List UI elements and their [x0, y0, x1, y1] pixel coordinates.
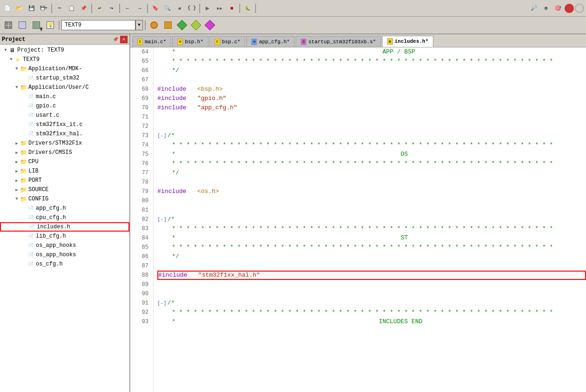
toggle-cpu[interactable]: ▶ — [14, 159, 20, 165]
code-text-87 — [157, 261, 161, 271]
code-content[interactable]: * APP / BSP * * * * * * * * * * * * * * … — [154, 47, 586, 392]
linenum-73: 73 — [130, 131, 150, 140]
tb2-btn5[interactable] — [148, 19, 161, 32]
stop-btn[interactable]: ■ — [226, 3, 237, 14]
sep2 — [91, 4, 92, 13]
settings-btn[interactable]: ⚙ — [540, 3, 552, 14]
code-text-73: /* — [168, 131, 175, 140]
fold-91[interactable]: [-] — [157, 299, 167, 308]
tree-item-lib[interactable]: ▶ 📁 LIB — [0, 166, 129, 176]
rebuild-btn[interactable]: ▶▶ — [214, 3, 225, 14]
toggle-config[interactable]: ▼ — [14, 197, 20, 201]
empty-circle-btn[interactable] — [575, 4, 584, 13]
tree-item-cpu[interactable]: ▶ 📁 CPU — [0, 157, 129, 166]
tb2-btn3[interactable]: ▼ — [30, 19, 43, 32]
tree-item-cpu-cfg[interactable]: 📄 cpu_cfg.h — [0, 213, 129, 222]
tree-item-os-app-hooks2[interactable]: 📄 os_app_hooks — [0, 250, 129, 259]
tree-item-os-cfg[interactable]: 📄 os_cfg.h — [0, 259, 129, 269]
paste-btn[interactable]: 📌 — [78, 3, 89, 14]
toggle-port[interactable]: ▶ — [14, 178, 20, 183]
code-text-78 — [157, 178, 161, 187]
match-btn[interactable]: { } — [186, 3, 197, 14]
tb2-btn8[interactable] — [189, 19, 202, 32]
toggle-drivers-stm32[interactable]: ▶ — [14, 141, 20, 146]
tree-item-lib-cfg[interactable]: 📄 lib_cfg.h — [0, 232, 129, 241]
code-line-88: #include "stm32f1xx_hal.h" — [157, 271, 586, 280]
forward-btn[interactable]: → — [134, 3, 145, 14]
tree-item-main-c[interactable]: 📄 main.c — [0, 92, 129, 101]
tree-item-includes-h[interactable]: 📄 includes.h — [0, 222, 129, 232]
tree-item-app-mdk[interactable]: ▼ 📁 Application/MDK- — [0, 64, 129, 73]
back-btn[interactable]: ← — [122, 3, 133, 14]
tree-item-app-cfg[interactable]: 📄 app_cfg.h — [0, 204, 129, 213]
bookmark-btn[interactable]: 🔖 — [150, 3, 161, 14]
find-btn[interactable]: 🔍 — [162, 3, 173, 14]
project-name-input[interactable]: TEXT9 — [61, 20, 135, 30]
tab-icon-bsp-h: H — [177, 39, 183, 45]
target-btn[interactable]: 🎯 — [552, 3, 564, 14]
new-file-btn[interactable]: 📄 — [2, 3, 13, 14]
tree-item-text9[interactable]: ▼ ⚙ TEXT9 — [0, 55, 129, 64]
tb2-btn4[interactable]: 💡 — [44, 19, 57, 32]
tab-bsp-c[interactable]: C bsp.c* — [209, 36, 246, 47]
toggle-source[interactable]: ▶ — [14, 187, 20, 193]
copy-btn[interactable]: 📋 — [66, 3, 77, 14]
tree-item-config[interactable]: ▼ 📁 CONFIG — [0, 194, 129, 204]
toggle-lib[interactable]: ▶ — [14, 169, 20, 174]
toggle-app-user[interactable]: ▼ — [14, 85, 20, 90]
replace-btn[interactable]: ⇄ — [174, 3, 185, 14]
tb2-btn6[interactable] — [162, 19, 175, 32]
tree-item-app-user[interactable]: ▼ 📁 Application/User/C — [0, 83, 129, 92]
code-line-74: * * * * * * * * * * * * * * * * * * * * … — [157, 140, 586, 150]
tree-item-stm32-it[interactable]: 📄 stm32f1xx_it.c — [0, 120, 129, 129]
undo-btn[interactable]: ↩ — [94, 3, 105, 14]
fold-73[interactable]: [-] — [157, 131, 167, 140]
tb2-btn9[interactable] — [203, 19, 216, 32]
tree-item-drivers-stm32[interactable]: ▶ 📁 Drivers/STM32F1x — [0, 139, 129, 148]
tb2-btn2[interactable] — [16, 19, 29, 32]
linenum-90: 90 — [130, 289, 150, 299]
code-line-81 — [157, 206, 586, 215]
debug-btn[interactable]: 🐛 — [242, 3, 253, 14]
project-dropdown-btn[interactable]: ▼ — [135, 20, 143, 30]
tb2-btn7[interactable] — [175, 19, 189, 32]
search-files-btn[interactable]: 🔎 — [528, 3, 539, 14]
tab-app-cfg[interactable]: H app_cfg.h* — [246, 36, 295, 47]
toggle-root[interactable]: ▼ — [3, 48, 8, 53]
toggle-text9[interactable]: ▼ — [8, 57, 14, 62]
tab-label-bsp-c: bsp.c* — [222, 39, 241, 45]
editor-area: C main.c* H bsp.h* C bsp.c* H app_cfg.h*… — [130, 34, 586, 392]
tree-item-usart-c[interactable]: 📄 usart.c — [0, 111, 129, 120]
label-source: SOURCE — [28, 186, 48, 193]
tab-includes-h[interactable]: H includes.h* — [382, 36, 434, 47]
tab-startup[interactable]: S startup_stm32f103xb.s* — [296, 36, 381, 47]
code-editor[interactable]: 64 65 66 67 68 69 70 71 72 73 74 75 76 7… — [130, 47, 586, 392]
tree-item-root[interactable]: ▼ 🖥 Project: TEXT9 — [0, 46, 129, 55]
redo-btn[interactable]: ↪ — [106, 3, 117, 14]
save-all-btn[interactable]: 💾+ — [38, 3, 49, 14]
tree-item-gpio-c[interactable]: 📄 gpio.c — [0, 101, 129, 111]
tree-item-port[interactable]: ▶ 📁 PORT — [0, 176, 129, 185]
code-text-85: * * * * * * * * * * * * * * * * * * * * … — [157, 243, 553, 252]
toggle-drivers-cmsis[interactable]: ▶ — [14, 150, 20, 155]
fold-82[interactable]: [-] — [157, 215, 167, 224]
tb2-btn1[interactable] — [2, 19, 15, 32]
tab-main-c[interactable]: C main.c* — [132, 36, 171, 47]
build-btn[interactable]: ▶ — [202, 3, 213, 14]
open-btn[interactable]: 📂 — [14, 3, 25, 14]
tree-item-stm32-hal[interactable]: 📄 stm32f1xx_hal. — [0, 129, 129, 139]
sidebar-close-btn[interactable]: ✕ — [120, 36, 128, 43]
tree-item-os-app-hooks1[interactable]: 📄 os_app_hooks — [0, 241, 129, 250]
tab-bsp-h[interactable]: H bsp.h* — [172, 36, 209, 47]
tree-item-startup[interactable]: 📄 startup_stm32 — [0, 73, 129, 83]
tree-item-source[interactable]: ▶ 📁 SOURCE — [0, 185, 129, 194]
toggle-app-mdk[interactable]: ▼ — [14, 66, 20, 71]
save-btn[interactable]: 💾 — [26, 3, 37, 14]
tabs-bar: C main.c* H bsp.h* C bsp.c* H app_cfg.h*… — [130, 34, 586, 47]
pin-btn[interactable]: 📌 — [112, 36, 119, 43]
stop2-btn[interactable] — [565, 4, 574, 13]
cut-btn[interactable]: ✂ — [54, 3, 65, 14]
linenum-85: 85 — [130, 243, 150, 252]
tree-item-drivers-cmsis[interactable]: ▶ 📁 Drivers/CMSIS — [0, 148, 129, 157]
linenum-86: 86 — [130, 252, 150, 261]
